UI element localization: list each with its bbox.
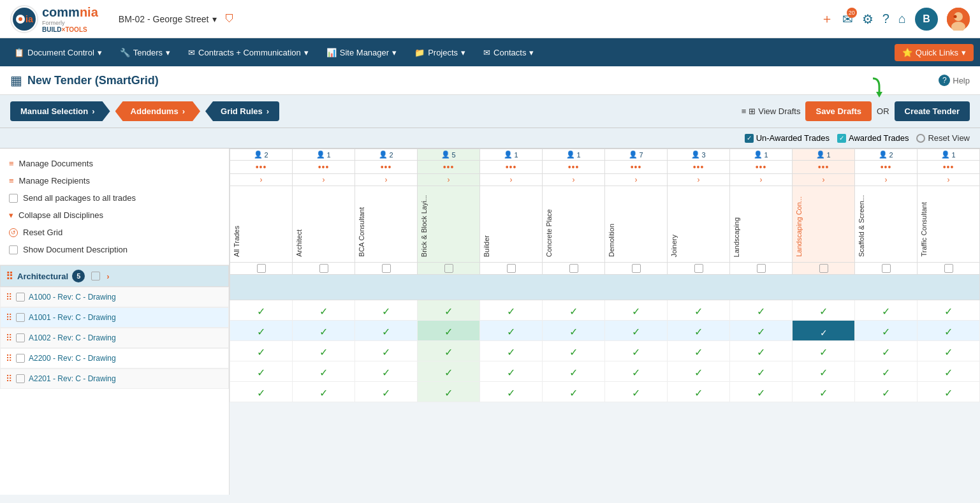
settings-icon[interactable]: ⚙	[862, 11, 874, 27]
cell-a2201-brick[interactable]: ✓	[418, 382, 480, 402]
send-all-packages-action[interactable]: Send all packages to all trades	[9, 189, 220, 207]
manage-recipients-action[interactable]: ≡ Manage Recipients	[9, 172, 220, 189]
col-traffic-checkbox[interactable]	[918, 263, 980, 275]
nav-contracts-communication[interactable]: ✉ Contracts + Communication ▾	[180, 44, 316, 61]
cell-a2201-all[interactable]: ✓	[230, 382, 293, 402]
help-button[interactable]: ? Help	[939, 75, 970, 86]
cell-a1002-landscaping[interactable]: ✓	[730, 341, 793, 361]
col-landscaping-con-expand[interactable]: ›	[793, 174, 855, 186]
nav-contacts[interactable]: ✉ Contacts ▾	[476, 44, 541, 61]
reset-grid-action[interactable]: ↺ Reset Grid	[9, 224, 220, 241]
cell-a1001-scaffold[interactable]: ✓	[855, 321, 918, 341]
cell-a2201-traffic[interactable]: ✓	[918, 382, 980, 402]
cell-a2201-demo[interactable]: ✓	[605, 382, 668, 402]
cell-a1002-builder[interactable]: ✓	[480, 341, 543, 361]
cell-a1002-joinery[interactable]: ✓	[668, 341, 730, 361]
send-all-checkbox[interactable]	[9, 194, 18, 203]
cell-a1002-all[interactable]: ✓	[230, 341, 293, 361]
show-desc-checkbox[interactable]	[9, 245, 18, 254]
cell-a1002-landscaping-con[interactable]: ✓	[793, 341, 855, 361]
cell-a2200-concrete[interactable]: ✓	[543, 361, 605, 382]
cell-a1002-traffic[interactable]: ✓	[918, 341, 980, 361]
un-awarded-checkbox[interactable]: ✓	[745, 134, 754, 143]
cell-a1000-joinery[interactable]: ✓	[668, 300, 730, 321]
add-icon[interactable]: ＋	[821, 10, 833, 27]
cell-a1000-all[interactable]: ✓	[230, 300, 293, 321]
col-concrete-checkbox[interactable]	[543, 263, 605, 275]
col-arch-expand[interactable]: ›	[293, 174, 355, 186]
cell-a1002-demo[interactable]: ✓	[605, 341, 668, 361]
col-brick-expand[interactable]: ›	[418, 174, 480, 186]
col-traffic-expand[interactable]: ›	[918, 174, 980, 186]
cell-a2200-joinery[interactable]: ✓	[668, 361, 730, 382]
drag-handle-icon[interactable]: ⠿	[6, 270, 13, 282]
nav-site-manager[interactable]: 📊 Site Manager ▾	[319, 44, 404, 61]
cell-a2200-bca[interactable]: ✓	[355, 361, 418, 382]
drag-handle-icon[interactable]: ⠿	[6, 374, 12, 384]
cell-a1001-landscaping[interactable]: ✓	[730, 321, 793, 341]
reset-view-button[interactable]: Reset View	[916, 133, 970, 143]
cell-a2201-arch[interactable]: ✓	[293, 382, 355, 402]
col-landscaping-con-dots[interactable]: •••	[793, 161, 855, 174]
row-checkbox[interactable]	[16, 313, 25, 322]
cell-a1001-landscaping-con[interactable]: ✓	[793, 321, 855, 341]
cell-a1002-brick[interactable]: ✓	[418, 341, 480, 361]
cell-a1002-scaffold[interactable]: ✓	[855, 341, 918, 361]
col-demo-checkbox[interactable]	[605, 263, 668, 275]
col-concrete-dots[interactable]: •••	[543, 161, 605, 174]
col-all-expand[interactable]: ›	[230, 174, 293, 186]
user-avatar-photo[interactable]	[947, 8, 970, 31]
col-joinery-expand[interactable]: ›	[668, 174, 730, 186]
cell-a2201-landscaping[interactable]: ✓	[730, 382, 793, 402]
col-arch-checkbox[interactable]	[293, 263, 355, 275]
view-drafts-button[interactable]: ≡ ⊞ View Drafts	[742, 106, 801, 116]
col-joinery-dots[interactable]: •••	[668, 161, 730, 174]
help-icon[interactable]: ?	[882, 11, 889, 26]
save-drafts-button[interactable]: Save Drafts	[805, 101, 872, 121]
cell-a2201-builder[interactable]: ✓	[480, 382, 543, 402]
nav-tenders[interactable]: 🔧 Tenders ▾	[112, 44, 178, 61]
col-demo-expand[interactable]: ›	[605, 174, 668, 186]
cell-a2201-scaffold[interactable]: ✓	[855, 382, 918, 402]
cell-a1001-all[interactable]: ✓	[230, 321, 293, 341]
filter-icon[interactable]: ⛉	[224, 13, 235, 25]
user-avatar-b[interactable]: B	[915, 8, 938, 31]
cell-a1001-concrete[interactable]: ✓	[543, 321, 605, 341]
row-checkbox[interactable]	[16, 354, 25, 363]
cell-a2200-traffic[interactable]: ✓	[918, 361, 980, 382]
col-all-checkbox[interactable]	[230, 263, 293, 275]
manage-documents-action[interactable]: ≡ Manage Documents	[9, 155, 220, 172]
col-scaffold-expand[interactable]: ›	[855, 174, 918, 186]
col-arch-dots[interactable]: •••	[293, 161, 355, 174]
cell-a2201-landscaping-con[interactable]: ✓	[793, 382, 855, 402]
row-checkbox[interactable]	[16, 374, 25, 383]
col-demo-dots[interactable]: •••	[605, 161, 668, 174]
col-builder-expand[interactable]: ›	[480, 174, 543, 186]
col-concrete-expand[interactable]: ›	[543, 174, 605, 186]
cell-a1001-bca[interactable]: ✓	[355, 321, 418, 341]
cell-a2200-scaffold[interactable]: ✓	[855, 361, 918, 382]
section-chevron-icon[interactable]: ›	[106, 272, 109, 281]
cell-a2201-bca[interactable]: ✓	[355, 382, 418, 402]
drag-handle-icon[interactable]: ⠿	[6, 312, 12, 323]
nav-projects[interactable]: 📁 Projects ▾	[407, 44, 473, 61]
awarded-checkbox[interactable]: ✓	[837, 134, 846, 143]
create-tender-button[interactable]: Create Tender	[895, 101, 970, 121]
col-builder-checkbox[interactable]	[480, 263, 543, 275]
row-checkbox[interactable]	[16, 293, 25, 302]
col-brick-dots[interactable]: •••	[418, 161, 480, 174]
cell-a2200-landscaping-con[interactable]: ✓	[793, 361, 855, 382]
cell-a1001-arch[interactable]: ✓	[293, 321, 355, 341]
col-bca-expand[interactable]: ›	[355, 174, 418, 186]
row-checkbox[interactable]	[16, 333, 25, 342]
cell-a1001-joinery[interactable]: ✓	[668, 321, 730, 341]
cell-a1000-arch[interactable]: ✓	[293, 300, 355, 321]
show-document-description-action[interactable]: Show Document Description	[9, 241, 220, 258]
nav-document-control[interactable]: 📋 Document Control ▾	[6, 44, 110, 61]
cell-a1002-bca[interactable]: ✓	[355, 341, 418, 361]
cell-a2200-builder[interactable]: ✓	[480, 361, 543, 382]
collapse-disciplines-action[interactable]: ▾ Collapse all Disciplines	[9, 207, 220, 224]
cell-a1000-traffic[interactable]: ✓	[918, 300, 980, 321]
cell-a2200-landscaping[interactable]: ✓	[730, 361, 793, 382]
cell-a2200-arch[interactable]: ✓	[293, 361, 355, 382]
